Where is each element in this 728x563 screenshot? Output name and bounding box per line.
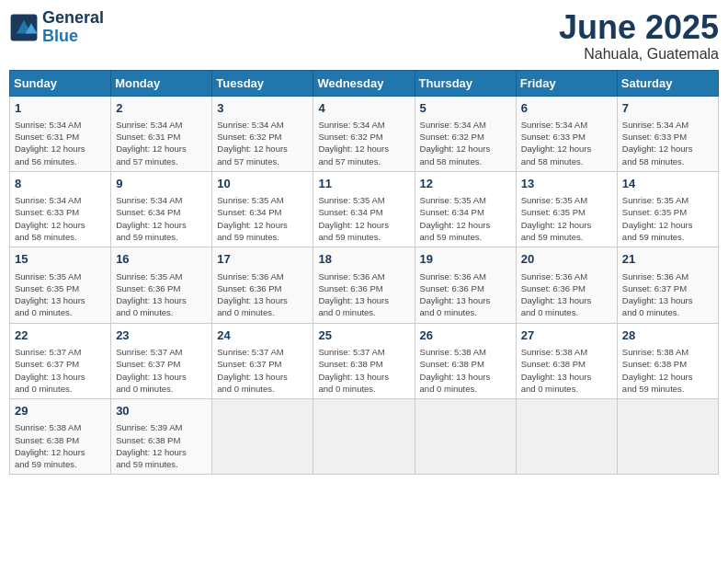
day-cell — [313, 399, 415, 475]
day-number: 6 — [521, 100, 612, 117]
day-number: 24 — [217, 327, 308, 344]
header-saturday: Saturday — [617, 70, 718, 96]
day-info: Sunrise: 5:35 AM Sunset: 6:34 PM Dayligh… — [318, 194, 409, 243]
day-number: 3 — [217, 100, 308, 117]
day-info: Sunrise: 5:37 AM Sunset: 6:37 PM Dayligh… — [217, 346, 308, 395]
day-info: Sunrise: 5:35 AM Sunset: 6:35 PM Dayligh… — [15, 270, 106, 319]
day-cell: 7Sunrise: 5:34 AM Sunset: 6:33 PM Daylig… — [617, 96, 718, 171]
day-number: 23 — [116, 327, 207, 344]
day-info: Sunrise: 5:36 AM Sunset: 6:36 PM Dayligh… — [318, 270, 409, 319]
day-info: Sunrise: 5:34 AM Sunset: 6:32 PM Dayligh… — [420, 119, 511, 167]
day-info: Sunrise: 5:38 AM Sunset: 6:38 PM Dayligh… — [521, 346, 612, 395]
day-info: Sunrise: 5:37 AM Sunset: 6:37 PM Dayligh… — [116, 346, 207, 395]
day-cell: 11Sunrise: 5:35 AM Sunset: 6:34 PM Dayli… — [313, 171, 415, 247]
day-info: Sunrise: 5:35 AM Sunset: 6:34 PM Dayligh… — [420, 194, 511, 243]
day-cell: 30Sunrise: 5:39 AM Sunset: 6:38 PM Dayli… — [111, 399, 212, 475]
week-row-2: 8Sunrise: 5:34 AM Sunset: 6:33 PM Daylig… — [10, 171, 719, 247]
day-cell: 17Sunrise: 5:36 AM Sunset: 6:36 PM Dayli… — [212, 247, 313, 323]
day-info: Sunrise: 5:37 AM Sunset: 6:37 PM Dayligh… — [15, 346, 106, 395]
day-cell: 2Sunrise: 5:34 AM Sunset: 6:31 PM Daylig… — [111, 96, 212, 171]
day-cell: 23Sunrise: 5:37 AM Sunset: 6:37 PM Dayli… — [111, 323, 212, 398]
day-info: Sunrise: 5:36 AM Sunset: 6:36 PM Dayligh… — [420, 270, 511, 319]
day-cell: 29Sunrise: 5:38 AM Sunset: 6:38 PM Dayli… — [10, 399, 111, 475]
calendar-body: 1Sunrise: 5:34 AM Sunset: 6:31 PM Daylig… — [10, 96, 719, 475]
title-area: June 2025 Nahuala, Guatemala — [559, 9, 719, 63]
day-info: Sunrise: 5:35 AM Sunset: 6:34 PM Dayligh… — [217, 194, 308, 243]
week-row-4: 22Sunrise: 5:37 AM Sunset: 6:37 PM Dayli… — [10, 323, 719, 398]
day-info: Sunrise: 5:34 AM Sunset: 6:33 PM Dayligh… — [521, 119, 612, 167]
day-cell: 14Sunrise: 5:35 AM Sunset: 6:35 PM Dayli… — [617, 171, 718, 247]
day-info: Sunrise: 5:39 AM Sunset: 6:38 PM Dayligh… — [116, 421, 207, 470]
day-info: Sunrise: 5:34 AM Sunset: 6:33 PM Dayligh… — [15, 194, 106, 243]
day-number: 29 — [15, 403, 106, 419]
day-number: 7 — [622, 100, 713, 117]
day-number: 5 — [420, 100, 511, 117]
header-monday: Monday — [111, 70, 212, 96]
day-info: Sunrise: 5:38 AM Sunset: 6:38 PM Dayligh… — [420, 346, 511, 395]
logo: General Blue — [9, 9, 104, 46]
day-number: 12 — [420, 176, 511, 192]
day-cell: 20Sunrise: 5:36 AM Sunset: 6:36 PM Dayli… — [516, 247, 617, 323]
day-cell: 25Sunrise: 5:37 AM Sunset: 6:38 PM Dayli… — [313, 323, 415, 398]
day-info: Sunrise: 5:34 AM Sunset: 6:34 PM Dayligh… — [116, 194, 207, 243]
day-info: Sunrise: 5:34 AM Sunset: 6:31 PM Dayligh… — [15, 119, 106, 167]
header-tuesday: Tuesday — [212, 70, 313, 96]
day-cell — [415, 399, 516, 475]
day-info: Sunrise: 5:35 AM Sunset: 6:35 PM Dayligh… — [622, 194, 713, 243]
day-number: 27 — [521, 327, 612, 344]
day-number: 15 — [15, 251, 106, 268]
day-number: 8 — [15, 176, 106, 192]
day-info: Sunrise: 5:34 AM Sunset: 6:32 PM Dayligh… — [217, 119, 308, 167]
day-number: 1 — [15, 100, 106, 117]
logo-text-line2: Blue — [42, 28, 104, 46]
header-wednesday: Wednesday — [313, 70, 415, 96]
logo-text-line1: General — [42, 9, 104, 28]
day-cell: 16Sunrise: 5:35 AM Sunset: 6:36 PM Dayli… — [111, 247, 212, 323]
header-friday: Friday — [516, 70, 617, 96]
page-header: General Blue June 2025 Nahuala, Guatemal… — [9, 9, 719, 63]
day-cell: 18Sunrise: 5:36 AM Sunset: 6:36 PM Dayli… — [313, 247, 415, 323]
day-number: 13 — [521, 176, 612, 192]
day-info: Sunrise: 5:38 AM Sunset: 6:38 PM Dayligh… — [622, 346, 713, 395]
day-number: 30 — [116, 403, 207, 419]
day-cell: 1Sunrise: 5:34 AM Sunset: 6:31 PM Daylig… — [10, 96, 111, 171]
week-row-5: 29Sunrise: 5:38 AM Sunset: 6:38 PM Dayli… — [10, 399, 719, 475]
day-cell: 24Sunrise: 5:37 AM Sunset: 6:37 PM Dayli… — [212, 323, 313, 398]
day-cell: 15Sunrise: 5:35 AM Sunset: 6:35 PM Dayli… — [10, 247, 111, 323]
day-cell: 21Sunrise: 5:36 AM Sunset: 6:37 PM Dayli… — [617, 247, 718, 323]
day-cell: 19Sunrise: 5:36 AM Sunset: 6:36 PM Dayli… — [415, 247, 516, 323]
day-number: 16 — [116, 251, 207, 268]
day-cell: 12Sunrise: 5:35 AM Sunset: 6:34 PM Dayli… — [415, 171, 516, 247]
week-row-3: 15Sunrise: 5:35 AM Sunset: 6:35 PM Dayli… — [10, 247, 719, 323]
week-row-1: 1Sunrise: 5:34 AM Sunset: 6:31 PM Daylig… — [10, 96, 719, 171]
day-cell: 8Sunrise: 5:34 AM Sunset: 6:33 PM Daylig… — [10, 171, 111, 247]
day-number: 17 — [217, 251, 308, 268]
day-cell: 22Sunrise: 5:37 AM Sunset: 6:37 PM Dayli… — [10, 323, 111, 398]
day-number: 4 — [318, 100, 409, 117]
day-cell — [212, 399, 313, 475]
day-number: 28 — [622, 327, 713, 344]
day-cell — [516, 399, 617, 475]
day-cell: 26Sunrise: 5:38 AM Sunset: 6:38 PM Dayli… — [415, 323, 516, 398]
day-number: 25 — [318, 327, 409, 344]
day-number: 10 — [217, 176, 308, 192]
day-info: Sunrise: 5:35 AM Sunset: 6:35 PM Dayligh… — [521, 194, 612, 243]
day-cell: 6Sunrise: 5:34 AM Sunset: 6:33 PM Daylig… — [516, 96, 617, 171]
day-number: 9 — [116, 176, 207, 192]
location: Nahuala, Guatemala — [559, 46, 719, 63]
day-info: Sunrise: 5:34 AM Sunset: 6:32 PM Dayligh… — [318, 119, 409, 167]
day-number: 18 — [318, 251, 409, 268]
day-number: 14 — [622, 176, 713, 192]
calendar-table: SundayMondayTuesdayWednesdayThursdayFrid… — [9, 70, 719, 476]
day-info: Sunrise: 5:35 AM Sunset: 6:36 PM Dayligh… — [116, 270, 207, 319]
day-info: Sunrise: 5:36 AM Sunset: 6:36 PM Dayligh… — [521, 270, 612, 319]
logo-icon — [9, 13, 39, 42]
day-cell: 13Sunrise: 5:35 AM Sunset: 6:35 PM Dayli… — [516, 171, 617, 247]
day-number: 19 — [420, 251, 511, 268]
day-number: 21 — [622, 251, 713, 268]
day-cell: 27Sunrise: 5:38 AM Sunset: 6:38 PM Dayli… — [516, 323, 617, 398]
day-info: Sunrise: 5:36 AM Sunset: 6:36 PM Dayligh… — [217, 270, 308, 319]
day-number: 22 — [15, 327, 106, 344]
day-info: Sunrise: 5:34 AM Sunset: 6:33 PM Dayligh… — [622, 119, 713, 167]
day-cell: 4Sunrise: 5:34 AM Sunset: 6:32 PM Daylig… — [313, 96, 415, 171]
